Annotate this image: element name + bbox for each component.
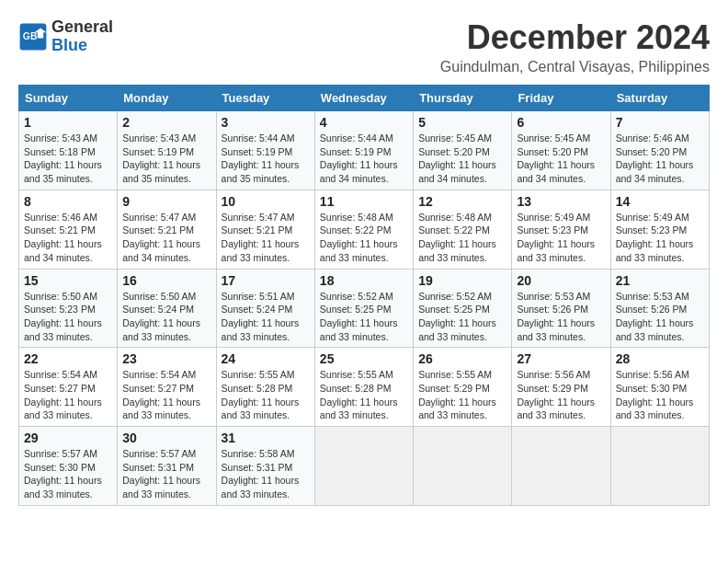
day-detail: Sunrise: 5:43 AM Sunset: 5:19 PM Dayligh… (122, 132, 210, 186)
day-cell: 16Sunrise: 5:50 AM Sunset: 5:24 PM Dayli… (118, 269, 216, 348)
day-number: 5 (418, 115, 506, 130)
day-detail: Sunrise: 5:55 AM Sunset: 5:29 PM Dayligh… (418, 368, 506, 422)
day-cell: 17Sunrise: 5:51 AM Sunset: 5:24 PM Dayli… (216, 269, 314, 348)
day-cell: 10Sunrise: 5:47 AM Sunset: 5:21 PM Dayli… (216, 190, 314, 269)
day-number: 6 (517, 115, 605, 130)
day-cell: 22Sunrise: 5:54 AM Sunset: 5:27 PM Dayli… (19, 348, 118, 427)
day-number: 27 (517, 351, 605, 366)
day-cell: 14Sunrise: 5:49 AM Sunset: 5:23 PM Dayli… (610, 190, 709, 269)
day-number: 21 (616, 273, 704, 288)
logo-line1: General (51, 18, 113, 37)
day-detail: Sunrise: 5:57 AM Sunset: 5:31 PM Dayligh… (122, 447, 210, 501)
day-number: 10 (222, 194, 310, 209)
day-detail: Sunrise: 5:53 AM Sunset: 5:26 PM Dayligh… (517, 290, 605, 344)
day-detail: Sunrise: 5:44 AM Sunset: 5:19 PM Dayligh… (320, 132, 408, 186)
calendar-header-row: SundayMondayTuesdayWednesdayThursdayFrid… (19, 86, 710, 111)
day-detail: Sunrise: 5:56 AM Sunset: 5:30 PM Dayligh… (616, 368, 704, 422)
empty-cell (314, 427, 413, 506)
day-detail: Sunrise: 5:56 AM Sunset: 5:29 PM Dayligh… (517, 368, 605, 422)
location-title: Guindulman, Central Visayas, Philippines (440, 59, 710, 75)
day-detail: Sunrise: 5:46 AM Sunset: 5:20 PM Dayligh… (616, 132, 704, 186)
empty-cell (610, 427, 709, 506)
day-detail: Sunrise: 5:43 AM Sunset: 5:18 PM Dayligh… (24, 132, 112, 186)
empty-cell (512, 427, 610, 506)
day-detail: Sunrise: 5:49 AM Sunset: 5:23 PM Dayligh… (517, 211, 605, 265)
day-cell: 3Sunrise: 5:44 AM Sunset: 5:19 PM Daylig… (216, 111, 314, 190)
header-tuesday: Tuesday (216, 86, 314, 111)
calendar-week-row: 22Sunrise: 5:54 AM Sunset: 5:27 PM Dayli… (19, 348, 710, 427)
day-number: 19 (418, 273, 506, 288)
day-detail: Sunrise: 5:51 AM Sunset: 5:24 PM Dayligh… (222, 290, 310, 344)
calendar-week-row: 15Sunrise: 5:50 AM Sunset: 5:23 PM Dayli… (19, 269, 710, 348)
day-cell: 30Sunrise: 5:57 AM Sunset: 5:31 PM Dayli… (118, 427, 216, 506)
day-number: 7 (616, 115, 704, 130)
day-detail: Sunrise: 5:52 AM Sunset: 5:25 PM Dayligh… (418, 290, 506, 344)
day-number: 8 (24, 194, 112, 209)
day-number: 11 (320, 194, 408, 209)
day-cell: 28Sunrise: 5:56 AM Sunset: 5:30 PM Dayli… (610, 348, 709, 427)
day-number: 9 (122, 194, 210, 209)
day-cell: 23Sunrise: 5:54 AM Sunset: 5:27 PM Dayli… (118, 348, 216, 427)
day-detail: Sunrise: 5:54 AM Sunset: 5:27 PM Dayligh… (122, 368, 210, 422)
header-wednesday: Wednesday (314, 86, 413, 111)
calendar-week-row: 29Sunrise: 5:57 AM Sunset: 5:30 PM Dayli… (19, 427, 710, 506)
day-number: 30 (122, 431, 210, 445)
logo-line2: Blue (51, 37, 113, 55)
day-cell: 7Sunrise: 5:46 AM Sunset: 5:20 PM Daylig… (610, 111, 709, 190)
logo-text: General Blue (51, 18, 113, 55)
day-number: 20 (517, 273, 605, 288)
day-number: 28 (616, 351, 704, 366)
day-cell: 4Sunrise: 5:44 AM Sunset: 5:19 PM Daylig… (314, 111, 413, 190)
day-detail: Sunrise: 5:49 AM Sunset: 5:23 PM Dayligh… (616, 211, 704, 265)
day-number: 24 (222, 351, 310, 366)
month-title: December 2024 (440, 18, 710, 57)
day-detail: Sunrise: 5:45 AM Sunset: 5:20 PM Dayligh… (418, 132, 506, 186)
day-cell: 29Sunrise: 5:57 AM Sunset: 5:30 PM Dayli… (19, 427, 118, 506)
day-detail: Sunrise: 5:55 AM Sunset: 5:28 PM Dayligh… (320, 368, 408, 422)
day-detail: Sunrise: 5:50 AM Sunset: 5:23 PM Dayligh… (24, 290, 112, 344)
day-detail: Sunrise: 5:52 AM Sunset: 5:25 PM Dayligh… (320, 290, 408, 344)
day-detail: Sunrise: 5:48 AM Sunset: 5:22 PM Dayligh… (320, 211, 408, 265)
day-detail: Sunrise: 5:50 AM Sunset: 5:24 PM Dayligh… (122, 290, 210, 344)
header-friday: Friday (512, 86, 610, 111)
day-number: 16 (122, 273, 210, 288)
day-cell: 5Sunrise: 5:45 AM Sunset: 5:20 PM Daylig… (414, 111, 512, 190)
logo: GB General Blue (18, 18, 113, 55)
day-detail: Sunrise: 5:58 AM Sunset: 5:31 PM Dayligh… (222, 447, 310, 501)
header-monday: Monday (118, 86, 216, 111)
day-detail: Sunrise: 5:55 AM Sunset: 5:28 PM Dayligh… (222, 368, 310, 422)
day-cell: 13Sunrise: 5:49 AM Sunset: 5:23 PM Dayli… (512, 190, 610, 269)
calendar-week-row: 1Sunrise: 5:43 AM Sunset: 5:18 PM Daylig… (19, 111, 710, 190)
empty-cell (414, 427, 512, 506)
day-number: 25 (320, 351, 408, 366)
day-number: 13 (517, 194, 605, 209)
day-number: 1 (24, 115, 112, 130)
day-number: 2 (122, 115, 210, 130)
day-detail: Sunrise: 5:47 AM Sunset: 5:21 PM Dayligh… (122, 211, 210, 265)
day-cell: 18Sunrise: 5:52 AM Sunset: 5:25 PM Dayli… (314, 269, 413, 348)
day-number: 26 (418, 351, 506, 366)
header-sunday: Sunday (19, 86, 118, 111)
day-cell: 21Sunrise: 5:53 AM Sunset: 5:26 PM Dayli… (610, 269, 709, 348)
logo-icon: GB (18, 22, 48, 52)
day-number: 3 (222, 115, 310, 130)
day-cell: 12Sunrise: 5:48 AM Sunset: 5:22 PM Dayli… (414, 190, 512, 269)
day-number: 22 (24, 351, 112, 366)
title-block: December 2024 Guindulman, Central Visaya… (440, 18, 710, 75)
day-detail: Sunrise: 5:47 AM Sunset: 5:21 PM Dayligh… (222, 211, 310, 265)
day-cell: 11Sunrise: 5:48 AM Sunset: 5:22 PM Dayli… (314, 190, 413, 269)
day-detail: Sunrise: 5:53 AM Sunset: 5:26 PM Dayligh… (616, 290, 704, 344)
day-cell: 1Sunrise: 5:43 AM Sunset: 5:18 PM Daylig… (19, 111, 118, 190)
day-number: 18 (320, 273, 408, 288)
day-cell: 19Sunrise: 5:52 AM Sunset: 5:25 PM Dayli… (414, 269, 512, 348)
day-number: 14 (616, 194, 704, 209)
day-detail: Sunrise: 5:46 AM Sunset: 5:21 PM Dayligh… (24, 211, 112, 265)
calendar-week-row: 8Sunrise: 5:46 AM Sunset: 5:21 PM Daylig… (19, 190, 710, 269)
day-cell: 26Sunrise: 5:55 AM Sunset: 5:29 PM Dayli… (414, 348, 512, 427)
day-cell: 6Sunrise: 5:45 AM Sunset: 5:20 PM Daylig… (512, 111, 610, 190)
day-cell: 15Sunrise: 5:50 AM Sunset: 5:23 PM Dayli… (19, 269, 118, 348)
day-cell: 20Sunrise: 5:53 AM Sunset: 5:26 PM Dayli… (512, 269, 610, 348)
day-cell: 25Sunrise: 5:55 AM Sunset: 5:28 PM Dayli… (314, 348, 413, 427)
day-number: 23 (122, 351, 210, 366)
day-number: 12 (418, 194, 506, 209)
